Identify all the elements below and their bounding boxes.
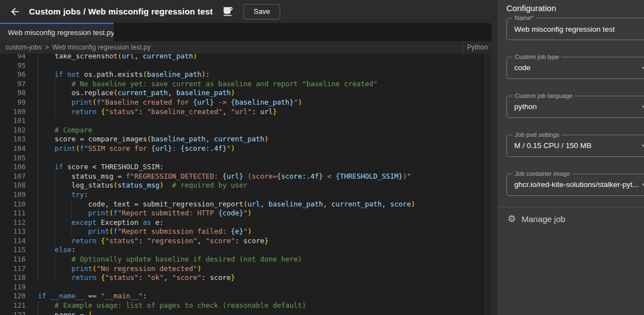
line-number[interactable]: 111 xyxy=(0,209,26,218)
line-number[interactable]: 118 xyxy=(0,273,26,283)
line-number[interactable]: 97 xyxy=(0,80,26,89)
line-number[interactable]: 110 xyxy=(0,200,26,209)
line-number[interactable]: 95 xyxy=(0,61,26,71)
code-line[interactable]: 117 print("No regression detected") xyxy=(0,264,485,274)
field-job-container-image[interactable]: Job container imageghcr.io/red-kite-solu… xyxy=(506,174,644,196)
breadcrumb-file[interactable]: Web misconfig regression test.py xyxy=(52,43,151,51)
config-fields: Name*Custom job typecodeCustom job langu… xyxy=(506,18,644,207)
line-number[interactable]: 100 xyxy=(0,107,26,117)
code-line[interactable]: 115 else: xyxy=(0,245,485,255)
coffee-cup-icon[interactable] xyxy=(222,6,233,17)
indent-guide xyxy=(38,301,38,311)
line-number[interactable]: 109 xyxy=(0,190,26,200)
code-line[interactable]: 98 os.replace(current_path, baseline_pat… xyxy=(0,88,485,98)
line-number[interactable]: 115 xyxy=(0,245,26,255)
code-line[interactable]: 108 log_status(status_msg) # required by… xyxy=(0,181,485,190)
editor-scrollbar[interactable] xyxy=(485,54,491,315)
panel-gap xyxy=(491,0,498,315)
line-number[interactable]: 117 xyxy=(0,264,26,274)
indent-guide xyxy=(38,273,38,283)
tab-file[interactable]: Web misconfig regression test.py xyxy=(0,23,114,41)
save-button[interactable]: Save xyxy=(243,4,280,19)
manage-job-button[interactable]: ⚙ Manage job xyxy=(506,208,644,230)
code-line[interactable]: 101 xyxy=(0,116,485,126)
line-number[interactable]: 114 xyxy=(0,237,26,246)
line-number[interactable]: 103 xyxy=(0,135,26,144)
code-line[interactable]: 106 if score < THRESHOLD_SSIM: xyxy=(0,163,485,172)
code-line[interactable]: 103 score = compare_images(baseline_path… xyxy=(0,135,485,144)
indent-guide xyxy=(38,237,38,246)
line-number[interactable]: 102 xyxy=(0,126,26,135)
field-job-pod-settings[interactable]: Job pod settingsM / 0.15 CPU / 150 MB xyxy=(506,135,644,157)
indent-guide xyxy=(55,172,55,181)
code-line-content xyxy=(38,283,485,292)
indent-guide xyxy=(55,273,55,283)
line-number[interactable]: 119 xyxy=(0,283,26,292)
code-line[interactable]: 118 return {"status": "ok", "score": sco… xyxy=(0,273,485,283)
indent-guide xyxy=(38,200,38,209)
code-area[interactable]: 94 take_screenshot(url, current_path)959… xyxy=(0,54,485,315)
field-name[interactable]: Name* xyxy=(506,18,644,40)
code-line-content: log_status(status_msg) # required by use… xyxy=(38,181,485,190)
line-number[interactable]: 112 xyxy=(0,218,26,228)
code-line-content: code, text = submit_regression_report(ur… xyxy=(38,200,485,209)
code-line[interactable]: 94 take_screenshot(url, current_path) xyxy=(0,54,485,61)
line-number[interactable]: 107 xyxy=(0,172,26,181)
page-title: Custom jobs / Web misconfig regression t… xyxy=(29,7,213,16)
code-line-content: # Compare xyxy=(38,126,485,135)
code-line[interactable]: 104 print(f"SSIM score for {url}: {score… xyxy=(0,144,485,154)
code-line[interactable]: 114 return {"status": "regression", "sco… xyxy=(0,237,485,246)
code-line[interactable]: 107 status_msg = f"REGRESSION_DETECTED: … xyxy=(0,172,485,181)
line-number[interactable]: 121 xyxy=(0,301,26,311)
indent-guide xyxy=(38,88,38,98)
code-line[interactable]: 110 code, text = submit_regression_repor… xyxy=(0,200,485,209)
code-line[interactable]: 99 print(f"Baseline created for {url} ->… xyxy=(0,98,485,107)
line-number[interactable]: 94 xyxy=(0,54,26,61)
code-line[interactable]: 120if __name__ == "__main__": xyxy=(0,292,485,301)
code-line[interactable]: 121 # Example usage: list of pages to ch… xyxy=(0,301,485,311)
field-custom-job-language[interactable]: Custom job languagepython xyxy=(506,96,644,118)
code-line[interactable]: 102 # Compare xyxy=(0,126,485,135)
code-line-content: os.replace(current_path, baseline_path) xyxy=(38,88,485,98)
line-number[interactable]: 106 xyxy=(0,163,26,172)
code-line[interactable]: 100 return {"status": "baseline_created"… xyxy=(0,107,485,117)
configuration-panel: Configuration Name*Custom job typecodeCu… xyxy=(498,0,644,315)
line-number[interactable]: 101 xyxy=(0,116,26,126)
language-indicator[interactable]: Python xyxy=(463,41,491,53)
line-number[interactable]: 108 xyxy=(0,181,26,190)
code-line[interactable]: 95 xyxy=(0,61,485,71)
indent-guide xyxy=(38,245,38,255)
code-line-content: if __name__ == "__main__": xyxy=(38,292,485,301)
line-number[interactable]: 96 xyxy=(0,70,26,80)
line-number[interactable]: 120 xyxy=(0,292,26,301)
code-line[interactable]: 105 xyxy=(0,154,485,163)
code-line[interactable]: 113 print(f"Report submission failed: {e… xyxy=(0,227,485,237)
code-line[interactable]: 96 if not os.path.exists(baseline_path): xyxy=(0,70,485,80)
code-line[interactable]: 119 xyxy=(0,283,485,292)
code-line-content: # Example usage: list of pages to check … xyxy=(38,301,485,311)
breadcrumb-folder[interactable]: custom-jobs xyxy=(6,43,42,51)
code-line-content: else: xyxy=(38,245,485,255)
line-number[interactable]: 104 xyxy=(0,144,26,154)
line-number[interactable]: 105 xyxy=(0,154,26,163)
indent-guide xyxy=(38,181,38,190)
code-line[interactable]: 122 pages = [ xyxy=(0,311,485,315)
back-button[interactable] xyxy=(8,4,22,19)
line-number[interactable]: 99 xyxy=(0,98,26,107)
indent-guide xyxy=(38,80,38,89)
line-number[interactable]: 98 xyxy=(0,88,26,98)
field-label: Job pod settings xyxy=(513,131,562,139)
code-line[interactable]: 111 print(f"Report submitted: HTTP {code… xyxy=(0,209,485,218)
field-label: Custom job language xyxy=(513,92,575,100)
line-number[interactable]: 122 xyxy=(0,311,26,315)
code-line[interactable]: 112 except Exception as e: xyxy=(0,218,485,228)
line-number[interactable]: 113 xyxy=(0,227,26,237)
code-line[interactable]: 109 try: xyxy=(0,190,485,200)
line-number[interactable]: 116 xyxy=(0,255,26,264)
field-custom-job-type[interactable]: Custom job typecode xyxy=(506,57,644,79)
code-line[interactable]: 97 # No baseline yet: save current as ba… xyxy=(0,80,485,89)
indent-guide xyxy=(55,209,55,218)
indent-guide xyxy=(38,135,38,144)
code-line-content: print("No regression detected") xyxy=(38,264,485,274)
code-line[interactable]: 116 # Optionally update baseline if desi… xyxy=(0,255,485,264)
